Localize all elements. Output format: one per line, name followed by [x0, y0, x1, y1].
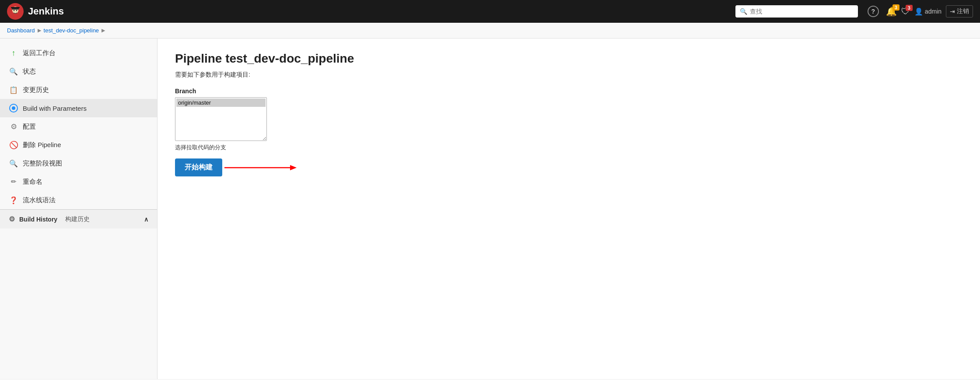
- return-workspace-icon: ↑: [9, 48, 18, 58]
- notification-bell[interactable]: 🔔 3: [886, 6, 897, 17]
- logout-icon: ⇥: [950, 8, 955, 15]
- svg-point-2: [14, 10, 15, 11]
- breadcrumb-dashboard[interactable]: Dashboard: [7, 27, 35, 34]
- bell-badge: 3: [892, 4, 900, 11]
- page-subtitle: 需要如下参数用于构建项目:: [175, 71, 962, 79]
- breadcrumb-sep1: ▶: [38, 28, 41, 33]
- pipeline-syntax-icon: ❓: [9, 195, 18, 205]
- svg-point-3: [16, 10, 18, 11]
- sidebar-item-stage-view[interactable]: 🔍 完整阶段视图: [0, 154, 157, 172]
- breadcrumb: Dashboard ▶ test_dev-doc_pipeline ▶: [0, 23, 980, 39]
- sidebar-item-return-workspace[interactable]: ↑ 返回工作台: [0, 44, 157, 62]
- user-info[interactable]: 👤 admin: [914, 7, 942, 16]
- sidebar-item-change-history[interactable]: 📋 变更历史: [0, 81, 157, 99]
- svg-rect-5: [11, 7, 20, 8]
- logout-button[interactable]: ⇥ 注销: [946, 5, 973, 18]
- build-button[interactable]: 开始构建: [175, 158, 222, 176]
- branch-select[interactable]: origin/master: [175, 97, 267, 141]
- config-icon: ⚙: [9, 122, 18, 131]
- content: Pipeline test_dev-doc_pipeline 需要如下参数用于构…: [158, 39, 980, 379]
- shield-badge: 3: [906, 5, 913, 11]
- sidebar-item-label-status: 状态: [23, 67, 36, 76]
- logout-label: 注销: [957, 7, 969, 15]
- svg-marker-9: [290, 165, 297, 170]
- svg-point-7: [12, 106, 15, 110]
- sidebar-item-rename[interactable]: ✏ 重命名: [0, 172, 157, 191]
- sidebar-item-pipeline-syntax[interactable]: ❓ 流水线语法: [0, 191, 157, 209]
- header-actions: 🔔 3 🛡 3 👤 admin ⇥ 注销: [886, 5, 973, 18]
- notification-shield[interactable]: 🛡 3: [901, 7, 910, 17]
- stage-view-icon: 🔍: [9, 158, 18, 168]
- build-history-collapse-icon[interactable]: ∧: [144, 216, 148, 223]
- help-icon[interactable]: ?: [868, 6, 879, 17]
- sidebar-item-label-return: 返回工作台: [23, 49, 56, 57]
- user-icon: 👤: [914, 7, 923, 16]
- change-history-icon: 📋: [9, 85, 18, 95]
- main-layout: ↑ 返回工作台 🔍 状态 📋 变更历史 Build with Parameter…: [0, 39, 980, 379]
- arrow-annotation: [224, 159, 312, 176]
- sidebar-item-status[interactable]: 🔍 状态: [0, 62, 157, 81]
- sidebar-item-build-with-parameters[interactable]: Build with Parameters: [0, 99, 157, 117]
- search-input[interactable]: [750, 8, 854, 15]
- build-history-label2: 构建历史: [65, 215, 90, 223]
- sidebar-item-label-rename: 重命名: [23, 178, 42, 186]
- branch-option-master[interactable]: origin/master: [176, 99, 266, 107]
- rename-icon: ✏: [9, 177, 18, 186]
- build-history-bar[interactable]: ⚙ Build History 构建历史 ∧: [0, 209, 157, 229]
- jenkins-logo-icon: [7, 3, 24, 20]
- sidebar-item-config[interactable]: ⚙ 配置: [0, 117, 157, 136]
- breadcrumb-sep2: ▶: [102, 28, 105, 33]
- page-title: Pipeline test_dev-doc_pipeline: [175, 52, 962, 66]
- search-icon: 🔍: [740, 8, 747, 15]
- sidebar-item-label-delete: 删除 Pipeline: [23, 141, 61, 149]
- sidebar-item-label-pipeline-syntax: 流水线语法: [23, 196, 56, 204]
- branch-label: Branch: [175, 88, 962, 95]
- sidebar: ↑ 返回工作台 🔍 状态 📋 变更历史 Build with Parameter…: [0, 39, 158, 379]
- jenkins-logo-text: Jenkins: [28, 6, 64, 17]
- user-label: admin: [925, 8, 942, 15]
- build-history-label: Build History: [19, 216, 57, 223]
- build-icon: [9, 103, 18, 113]
- status-icon: 🔍: [9, 67, 18, 76]
- sidebar-item-label-config: 配置: [23, 123, 36, 131]
- sidebar-item-label-build: Build with Parameters: [23, 105, 87, 112]
- breadcrumb-pipeline[interactable]: test_dev-doc_pipeline: [44, 27, 99, 34]
- branch-hint: 选择拉取代码的分支: [175, 144, 962, 151]
- sidebar-item-delete-pipeline[interactable]: 🚫 删除 Pipeline: [0, 136, 157, 154]
- jenkins-logo[interactable]: Jenkins: [7, 3, 64, 20]
- build-button-wrap: 开始构建: [175, 158, 222, 176]
- search-bar[interactable]: 🔍: [735, 5, 858, 18]
- delete-icon: 🚫: [9, 140, 18, 150]
- sidebar-item-label-stage-view: 完整阶段视图: [23, 159, 62, 168]
- header: Jenkins 🔍 ? 🔔 3 🛡 3 👤 admin ⇥ 注销: [0, 0, 980, 23]
- sidebar-item-label-change-history: 变更历史: [23, 86, 49, 94]
- build-history-icon: ⚙: [9, 215, 15, 223]
